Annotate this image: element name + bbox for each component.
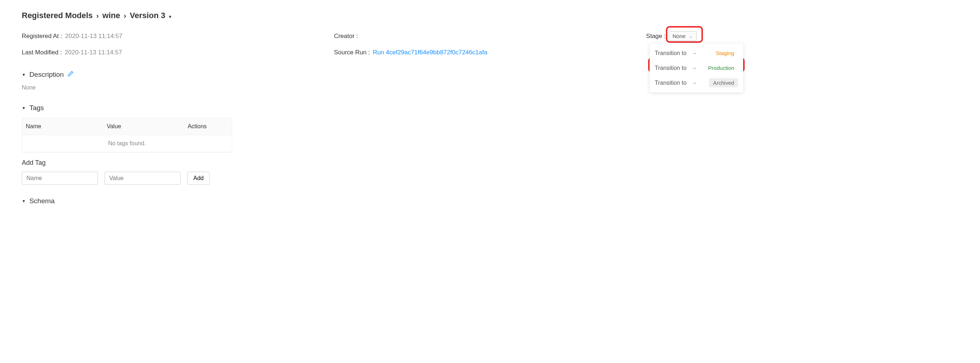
- arrow-right-icon: →: [692, 80, 697, 86]
- registered-at-value: 2020-11-13 11:14:57: [65, 33, 123, 40]
- collapse-icon[interactable]: ▼: [22, 73, 26, 77]
- description-title: Description: [29, 71, 64, 79]
- chevron-down-icon: ⌄: [689, 34, 693, 39]
- transition-to-archived[interactable]: Transition to → Archived: [649, 75, 743, 90]
- staging-badge: Staging: [712, 49, 738, 58]
- breadcrumb: Registered Models › wine › Version 3 ▾: [22, 11, 958, 20]
- source-run: Source Run : Run 4cef29ac71f64e9bb872f0c…: [334, 49, 646, 56]
- description-value: None: [22, 84, 958, 91]
- source-run-label: Source Run :: [334, 49, 370, 56]
- production-badge: Production: [704, 63, 738, 73]
- last-modified: Last Modified : 2020-11-13 11:14:57: [22, 49, 334, 56]
- caret-down-icon: ▾: [169, 14, 171, 19]
- transition-to-production[interactable]: Transition to → Production: [649, 60, 743, 75]
- transition-label: Transition to: [655, 80, 686, 86]
- transition-to-staging[interactable]: Transition to → Staging: [649, 46, 743, 60]
- tags-table-header: Name Value Actions: [22, 118, 232, 135]
- col-actions: Actions: [188, 123, 228, 130]
- registered-at-label: Registered At :: [22, 33, 62, 40]
- breadcrumb-version-label: Version 3: [130, 11, 165, 20]
- tag-value-input[interactable]: [105, 172, 181, 185]
- stage-cell: Stage : None ⌄ Transition to → Staging T…: [646, 31, 958, 41]
- collapse-icon[interactable]: ▼: [22, 106, 26, 110]
- breadcrumb-version[interactable]: Version 3 ▾: [130, 11, 171, 20]
- chevron-right-icon: ›: [124, 11, 126, 20]
- archived-badge: Archived: [709, 78, 738, 87]
- add-tag-button[interactable]: Add: [187, 172, 210, 185]
- creator: Creator :: [334, 31, 646, 41]
- schema-title: Schema: [29, 197, 55, 205]
- source-run-link[interactable]: Run 4cef29ac71f64e9bb872f0c7246c1afa: [373, 49, 487, 56]
- tags-table: Name Value Actions No tags found.: [22, 118, 232, 152]
- arrow-right-icon: →: [692, 50, 697, 56]
- arrow-right-icon: →: [692, 65, 697, 71]
- breadcrumb-model[interactable]: wine: [102, 11, 120, 20]
- stage-dropdown: Transition to → Staging Transition to → …: [649, 43, 743, 92]
- breadcrumb-registered-models[interactable]: Registered Models: [22, 11, 93, 20]
- collapse-icon[interactable]: ▼: [22, 199, 26, 203]
- edit-icon[interactable]: [67, 71, 74, 79]
- add-tag-title: Add Tag: [22, 159, 958, 166]
- stage-current-value: None: [673, 33, 686, 39]
- description-header: ▼ Description: [22, 71, 958, 79]
- tags-title: Tags: [29, 104, 44, 112]
- col-value: Value: [107, 123, 188, 130]
- tags-empty-message: No tags found.: [22, 135, 232, 152]
- add-tag-section: Add Tag Add: [22, 159, 958, 185]
- stage-select-button[interactable]: None ⌄: [668, 31, 697, 41]
- col-name: Name: [26, 123, 107, 130]
- schema-header: ▼ Schema: [22, 197, 958, 205]
- transition-label: Transition to: [655, 50, 686, 57]
- chevron-right-icon: ›: [97, 11, 99, 20]
- registered-at: Registered At : 2020-11-13 11:14:57: [22, 31, 334, 41]
- meta-grid: Registered At : 2020-11-13 11:14:57 Crea…: [22, 31, 958, 56]
- tag-name-input[interactable]: [22, 172, 98, 185]
- tags-header: ▼ Tags: [22, 104, 958, 112]
- last-modified-label: Last Modified :: [22, 49, 62, 56]
- creator-label: Creator :: [334, 33, 358, 40]
- stage-label: Stage :: [646, 33, 665, 40]
- last-modified-value: 2020-11-13 11:14:57: [65, 49, 122, 56]
- transition-label: Transition to: [655, 65, 686, 71]
